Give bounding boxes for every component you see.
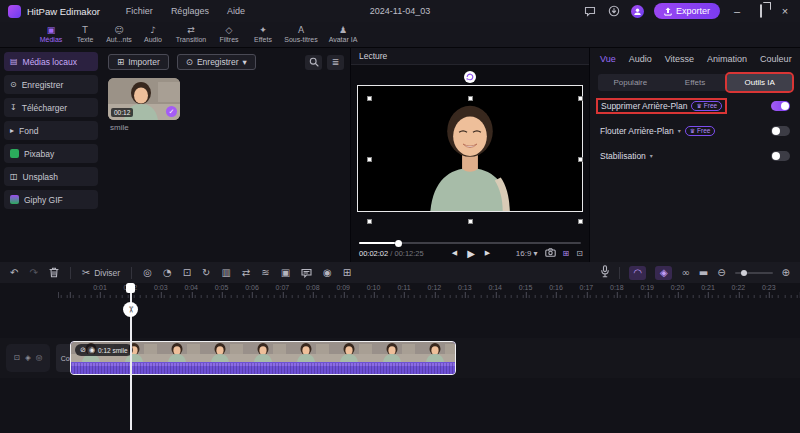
aspect-ratio-select[interactable]: 16:9 ▾ [516,249,538,258]
fullscreen-icon[interactable]: ⊡ [576,250,583,258]
toggle-supprimer-arriere-plan[interactable] [771,101,790,111]
segment-outils-ia[interactable]: Outils IA [727,74,792,91]
track-mute-icon[interactable]: ⊡ [14,354,20,362]
tab-audio[interactable]: Audio [629,54,652,64]
sidebar-item-fond[interactable]: ▸ Fond [4,121,98,140]
sidebar-item-medias-locaux[interactable]: ▤ Médias locaux [4,52,98,71]
play-button[interactable]: ▶ [467,249,475,259]
resize-handle[interactable] [367,219,372,224]
split-button[interactable]: ✂ Diviser [82,268,120,278]
record-button[interactable]: ⊙ Enregistrer ▾ [177,54,256,70]
sidebar-item-pixabay[interactable]: Pixabay [4,144,98,163]
resize-handle[interactable] [367,157,372,162]
update-icon[interactable] [607,4,621,18]
tab-avatar-ia[interactable]: ♟ Avatar IA [324,26,362,43]
crop-icon[interactable]: ⊡ [183,268,191,278]
tab-filtres[interactable]: ◇ Filtres [214,26,244,43]
redo-button[interactable]: ↷ [29,268,37,278]
next-frame-button[interactable]: ▶ [485,250,490,257]
feedback-icon[interactable] [583,4,597,18]
export-label: Exporter [676,6,710,16]
chevron-down-icon[interactable]: ▾ [678,128,681,134]
playhead-split-handle[interactable]: ✂ [123,302,138,317]
fade-icon[interactable]: ≋ [261,268,269,278]
segment-populaire[interactable]: Populaire [598,74,663,91]
label-icon[interactable]: ▬ [699,268,708,278]
track-hide-icon[interactable]: ◎ [36,354,43,362]
resize-handle[interactable] [578,157,583,162]
sidebar-item-giphy-gif[interactable]: Giphy GIF [4,190,98,209]
restore-button[interactable] [754,5,768,17]
snapshot-icon[interactable] [545,248,556,259]
tab-vue[interactable]: Vue [600,54,616,64]
zoom-in-icon[interactable]: ⊕ [782,268,790,278]
search-icon[interactable] [305,55,322,70]
seek-bar[interactable] [359,242,581,244]
tab-texte[interactable]: T Texte [70,26,100,43]
tab-medias[interactable]: ▣ Médias [36,26,66,43]
close-button[interactable]: × [778,5,792,17]
previous-frame-button[interactable]: ◀ [452,250,457,257]
resize-handle[interactable] [578,219,583,224]
menu-aide[interactable]: Aide [227,6,245,16]
sidebar-item-telecharger[interactable]: ↧ Télécharger [4,98,98,117]
speed-icon[interactable]: ◔ [163,268,172,278]
resize-handle[interactable] [578,96,583,101]
toggle-stabilisation[interactable] [771,151,790,161]
segment-effets[interactable]: Effets [663,74,728,91]
tab-effets[interactable]: ✦ Effets [248,26,278,43]
add-marker-icon[interactable]: ⊞ [343,268,351,278]
resize-handle[interactable] [468,219,473,224]
video-content [358,86,582,211]
seek-knob[interactable] [395,240,402,247]
toggle-flouter-arriere-plan[interactable] [771,126,790,136]
zoom-out-icon[interactable]: ⊖ [717,268,725,278]
import-button[interactable]: ⊞ Importer [108,54,169,70]
pixabay-icon [10,149,19,158]
playhead-marker[interactable] [126,283,135,293]
undo-button[interactable]: ↶ [10,268,18,278]
tab-autocollants[interactable]: ☺ Aut...nts [104,26,134,43]
delete-button[interactable] [49,264,59,282]
rotate-icon[interactable]: ↻ [202,268,210,278]
text-box-icon[interactable]: ▣ [281,268,290,278]
tab-couleur[interactable]: Couleur [760,54,792,64]
resize-handle[interactable] [468,96,473,101]
export-button[interactable]: Exporter [654,3,720,19]
ruler-label: 0:04 [184,284,198,291]
track-lock-icon[interactable]: ◈ [25,354,31,362]
link-icon[interactable]: ∞ [681,268,689,278]
menu-fichier[interactable]: Fichier [126,6,153,16]
clip-audio-waveform [71,363,455,374]
subtitle-icon[interactable] [301,264,312,282]
timeline-clip-smile[interactable]: ⊘ ◉ 0:12 smile [70,341,456,375]
tab-animation[interactable]: Animation [707,54,747,64]
tab-transition[interactable]: ⇄ Transition [172,26,210,43]
preview-header: Lecture [351,48,589,65]
minimize-button[interactable]: – [730,5,744,17]
resize-handle[interactable] [367,96,372,101]
timeline-zoom-slider[interactable] [735,272,773,274]
chevron-down-icon[interactable]: ▾ [650,153,653,159]
grid-icon[interactable]: ⊞ [563,250,570,258]
sidebar-item-unsplash[interactable]: ◫ Unsplash [4,167,98,186]
tab-sous-titres[interactable]: A Sous-titres [282,26,320,43]
microphone-icon[interactable] [600,264,610,282]
mask-icon[interactable]: ▥ [221,268,230,278]
timeline-ruler[interactable]: 0:010:020:030:040:050:060:070:080:090:10… [0,283,800,300]
keyframe-icon[interactable]: ◈ [655,266,672,280]
scissors-icon: ✂ [82,268,90,278]
media-thumbnail-smile[interactable]: 00:12 ✓ [108,78,180,120]
tab-vitesse[interactable]: Vitesse [665,54,694,64]
magnet-snap-icon[interactable]: ◠ [629,266,646,280]
sort-icon[interactable]: ≣ [327,55,344,70]
record-voice-icon[interactable]: ◉ [323,268,332,278]
motion-icon[interactable]: ◎ [143,268,152,278]
sidebar-item-enregistrer[interactable]: ⊙ Enregistrer [4,75,98,94]
video-frame[interactable] [357,85,583,212]
user-avatar[interactable] [631,5,644,18]
menu-reglages[interactable]: Réglages [171,6,209,16]
flip-icon[interactable]: ⇄ [242,268,250,278]
tab-audio[interactable]: ♪ Audio [138,26,168,43]
rotate-handle[interactable] [464,71,476,83]
